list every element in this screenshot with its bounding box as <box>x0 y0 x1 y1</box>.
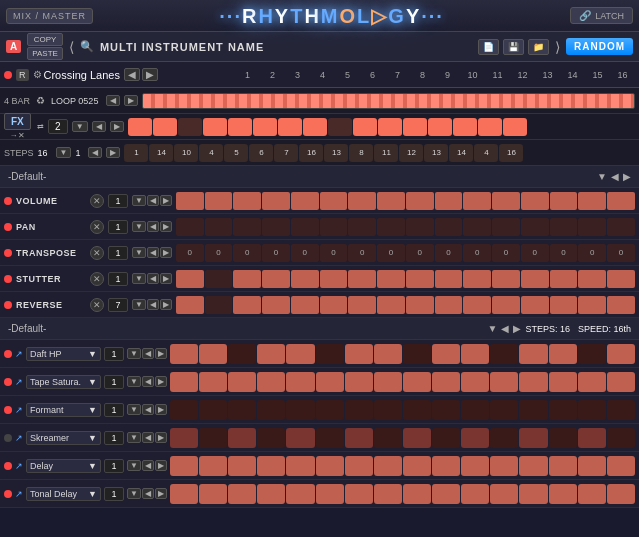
tape-right[interactable]: ▶ <box>155 376 167 387</box>
tsc-9[interactable] <box>403 372 431 392</box>
tdlc-8[interactable] <box>374 484 402 504</box>
fx-cell-8[interactable] <box>303 118 327 136</box>
rc-4[interactable] <box>262 296 290 314</box>
dc-3[interactable] <box>228 456 256 476</box>
dafthp-right[interactable]: ▶ <box>155 348 167 359</box>
rc-2[interactable] <box>205 296 233 314</box>
fx-cell-10[interactable] <box>353 118 377 136</box>
dc-14[interactable] <box>549 456 577 476</box>
tc-16[interactable]: 0 <box>607 244 635 262</box>
tsc-10[interactable] <box>432 372 460 392</box>
dc-16[interactable] <box>607 456 635 476</box>
vc-15[interactable] <box>578 192 606 210</box>
transpose-x-btn[interactable]: ✕ <box>90 246 104 260</box>
sc-6[interactable] <box>320 270 348 288</box>
reverse-right-arrow[interactable]: ▶ <box>160 299 172 310</box>
formant-dropdown[interactable]: Formant▼ <box>26 403 101 417</box>
dhc-2[interactable] <box>199 344 227 364</box>
reverse-left-arrow[interactable]: ◀ <box>147 299 159 310</box>
dhc-8[interactable] <box>374 344 402 364</box>
pc-9[interactable] <box>406 218 434 236</box>
sc-11[interactable] <box>463 270 491 288</box>
tsc-12[interactable] <box>490 372 518 392</box>
pan-x-btn[interactable]: ✕ <box>90 220 104 234</box>
tdlc-4[interactable] <box>257 484 285 504</box>
pan-right-arrow[interactable]: ▶ <box>160 221 172 232</box>
pc-13[interactable] <box>521 218 549 236</box>
fx-cell-11[interactable] <box>378 118 402 136</box>
vc-1[interactable] <box>176 192 204 210</box>
pc-4[interactable] <box>262 218 290 236</box>
sc-5[interactable] <box>291 270 319 288</box>
tdlc-1[interactable] <box>170 484 198 504</box>
right-angle-button[interactable]: ⟩ <box>555 39 560 55</box>
skc-4[interactable] <box>257 428 285 448</box>
fx-cell-16[interactable] <box>503 118 527 136</box>
save-icon-button[interactable]: 💾 <box>503 39 524 55</box>
tdlc-13[interactable] <box>519 484 547 504</box>
snc-14[interactable]: 14 <box>449 144 473 162</box>
fc-1[interactable] <box>170 400 198 420</box>
tc-9[interactable]: 0 <box>406 244 434 262</box>
rc-7[interactable] <box>348 296 376 314</box>
fc-5[interactable] <box>286 400 314 420</box>
tdlc-6[interactable] <box>316 484 344 504</box>
delay-left[interactable]: ◀ <box>142 460 154 471</box>
tc-14[interactable]: 0 <box>550 244 578 262</box>
pc-1[interactable] <box>176 218 204 236</box>
dc-15[interactable] <box>578 456 606 476</box>
tc-13[interactable]: 0 <box>521 244 549 262</box>
left-angle-button[interactable]: ⟨ <box>69 39 74 55</box>
fx-down-btn[interactable]: ▼ <box>72 121 88 132</box>
tsc-1[interactable] <box>170 372 198 392</box>
skc-11[interactable] <box>461 428 489 448</box>
snc-15[interactable]: 4 <box>474 144 498 162</box>
snc-6[interactable]: 6 <box>249 144 273 162</box>
steps-down-btn[interactable]: ▼ <box>56 147 72 158</box>
fx-cell-14[interactable] <box>453 118 477 136</box>
skc-16[interactable] <box>607 428 635 448</box>
skreamer-left[interactable]: ◀ <box>142 432 154 443</box>
tdlc-7[interactable] <box>345 484 373 504</box>
tc-8[interactable]: 0 <box>377 244 405 262</box>
tc-2[interactable]: 0 <box>205 244 233 262</box>
rc-10[interactable] <box>435 296 463 314</box>
steps-next-btn[interactable]: ▶ <box>106 147 120 158</box>
tdlc-16[interactable] <box>607 484 635 504</box>
skc-3[interactable] <box>228 428 256 448</box>
dhc-10[interactable] <box>432 344 460 364</box>
pc-2[interactable] <box>205 218 233 236</box>
tsc-3[interactable] <box>228 372 256 392</box>
dhc-12[interactable] <box>490 344 518 364</box>
tape-left[interactable]: ◀ <box>142 376 154 387</box>
fx-cell-4[interactable] <box>203 118 227 136</box>
dc-4[interactable] <box>257 456 285 476</box>
skc-8[interactable] <box>374 428 402 448</box>
pc-8[interactable] <box>377 218 405 236</box>
tdlc-15[interactable] <box>578 484 606 504</box>
vc-10[interactable] <box>435 192 463 210</box>
fx-cell-15[interactable] <box>478 118 502 136</box>
dafthp-left[interactable]: ◀ <box>142 348 154 359</box>
dhc-4[interactable] <box>257 344 285 364</box>
tape-down[interactable]: ▼ <box>127 376 141 387</box>
sc-2[interactable] <box>205 270 233 288</box>
fc-9[interactable] <box>403 400 431 420</box>
dc-10[interactable] <box>432 456 460 476</box>
tdlc-10[interactable] <box>432 484 460 504</box>
pc-6[interactable] <box>320 218 348 236</box>
fc-16[interactable] <box>607 400 635 420</box>
dhc-1[interactable] <box>170 344 198 364</box>
tc-15[interactable]: 0 <box>578 244 606 262</box>
tonal-delay-dropdown[interactable]: Tonal Delay▼ <box>26 487 101 501</box>
tsc-14[interactable] <box>549 372 577 392</box>
rc-8[interactable] <box>377 296 405 314</box>
snc-10[interactable]: 8 <box>349 144 373 162</box>
dhc-11[interactable] <box>461 344 489 364</box>
snc-9[interactable]: 13 <box>324 144 348 162</box>
snc-8[interactable]: 16 <box>299 144 323 162</box>
pan-down-arrow[interactable]: ▼ <box>132 221 146 232</box>
daft-hp-dropdown[interactable]: Daft HP▼ <box>26 347 101 361</box>
tsc-11[interactable] <box>461 372 489 392</box>
fx-cell-13[interactable] <box>428 118 452 136</box>
